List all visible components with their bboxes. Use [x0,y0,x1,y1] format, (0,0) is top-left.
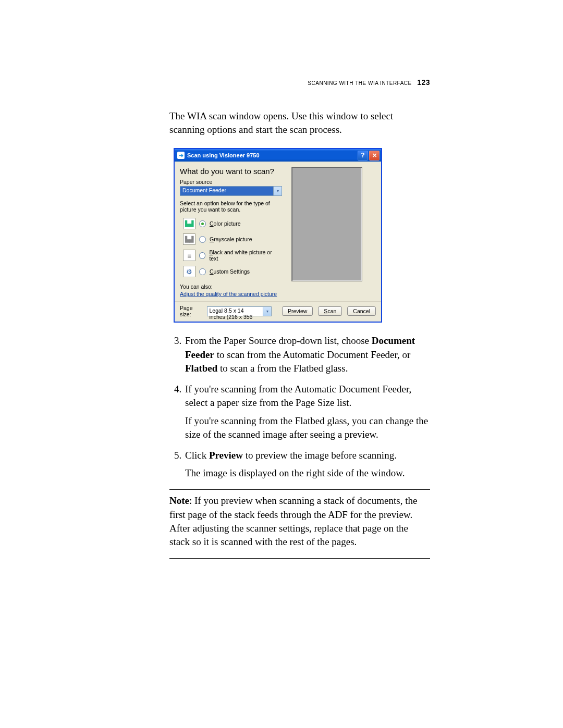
step-3: From the Paper Source drop-down list, ch… [184,334,430,375]
paper-source-value: Document Feeder [180,187,273,195]
wia-scan-dialog: ➜ Scan using Visioneer 9750 ? ✕ What do … [174,148,382,323]
bw-text-icon: ≣ [183,250,195,261]
color-picture-icon: ▙▟ [183,218,195,229]
help-button[interactable]: ? [358,151,368,161]
option-bw[interactable]: ≣ Black and white picture or text [180,247,281,264]
chevron-down-icon[interactable]: ▾ [263,307,271,316]
custom-settings-icon: ⚙ [183,266,195,277]
option-color-label: Color picture [210,220,241,227]
page-header: Scanning with the WIA Interface 123 [169,78,430,87]
page-size-value: Legal 8.5 x 14 inches (216 x 356 [207,307,263,316]
document-page: Scanning with the WIA Interface 123 The … [0,0,563,559]
cancel-button[interactable]: Cancel [347,306,376,316]
radio-grayscale[interactable] [199,236,206,243]
option-custom[interactable]: ⚙ Custom Settings [180,264,281,279]
adjust-quality-link[interactable]: Adjust the quality of the scanned pictur… [180,291,281,297]
section-title: Scanning with the WIA Interface [308,78,411,87]
note: Note: If you preview when scanning a sta… [169,494,430,549]
page-size-dropdown[interactable]: Legal 8.5 x 14 inches (216 x 356 ▾ [207,306,272,316]
titlebar[interactable]: ➜ Scan using Visioneer 9750 ? ✕ [175,149,381,162]
dialog-heading: What do you want to scan? [180,167,281,176]
radio-custom[interactable] [199,268,206,275]
paper-source-label: Paper source [180,179,281,185]
option-bw-label: Black and white picture or text [209,249,281,262]
option-grayscale-label: Grayscale picture [210,236,252,242]
option-grayscale[interactable]: ▙▟ Grayscale picture [180,231,281,247]
you-can-also-label: You can also: [180,283,281,290]
page-size-label: Page size: [180,305,201,317]
intro-paragraph: The WIA scan window opens. Use this wind… [169,109,430,137]
instruction-list: From the Paper Source drop-down list, ch… [169,334,430,480]
dialog-footer: Page size: Legal 8.5 x 14 inches (216 x … [175,301,381,322]
radio-bw[interactable] [199,252,206,259]
chevron-down-icon[interactable]: ▾ [273,187,282,195]
paper-source-dropdown[interactable]: Document Feeder ▾ [180,186,282,196]
radio-color[interactable] [199,220,206,227]
grayscale-picture-icon: ▙▟ [183,233,195,245]
close-button[interactable]: ✕ [369,151,380,161]
preview-area[interactable] [291,167,362,281]
app-icon: ➜ [177,152,185,159]
note-separator-bottom [169,558,430,559]
step-5-sub: The image is displayed on the right side… [185,466,430,480]
step-4: If you're scanning from the Automatic Do… [184,382,430,441]
window-title: Scan using Visioneer 9750 [187,152,260,158]
instruction-text: Select an option below for the type of p… [180,200,281,213]
note-separator-top [169,489,430,490]
scan-button[interactable]: Scan [318,306,342,316]
option-custom-label: Custom Settings [210,268,250,275]
preview-button[interactable]: Preview [282,306,313,316]
page-number: 123 [417,78,430,87]
step-5: Click Preview to preview the image befor… [184,449,430,480]
option-color[interactable]: ▙▟ Color picture [180,216,281,231]
step-4-sub: If you're scanning from the Flatbed glas… [185,414,430,441]
